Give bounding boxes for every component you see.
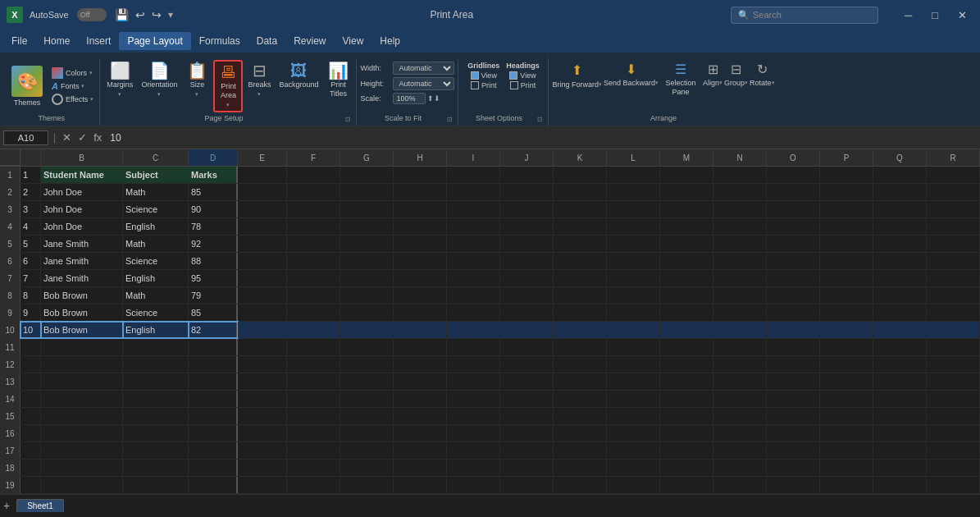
cell-extra[interactable] [873,460,927,476]
cell-extra[interactable] [340,391,394,407]
cell-d[interactable]: 85 [189,304,238,321]
row-header[interactable]: 11 [0,339,21,355]
cell-extra[interactable] [607,322,660,338]
cell-extra[interactable] [340,287,394,304]
cell-extra[interactable] [238,201,287,217]
cell-extra[interactable] [607,391,660,407]
cell-extra[interactable] [660,322,713,338]
cell-extra[interactable] [820,442,873,459]
cell-extra[interactable] [660,287,713,304]
cell-c[interactable] [123,460,189,476]
cell-extra[interactable] [660,391,713,407]
cell-extra[interactable] [500,270,554,286]
cell-extra[interactable] [287,167,340,183]
cell-extra[interactable] [287,184,340,200]
group-chevron[interactable]: ▾ [745,80,748,86]
cell-extra[interactable] [287,201,340,217]
cell-extra[interactable] [238,304,287,321]
cell-extra[interactable] [607,167,660,183]
cell-extra[interactable] [394,477,447,493]
col-header-i[interactable]: I [447,149,500,166]
cell-reference-input[interactable] [3,130,48,145]
orientation-button[interactable]: 📄 Orientation ▾ [138,60,180,100]
cell-extra[interactable] [927,184,980,200]
send-backward-chevron[interactable]: ▾ [655,80,659,86]
cell-c[interactable]: Math [123,236,189,252]
cell-extra[interactable] [607,373,660,390]
group-button[interactable]: ⊟ [728,60,744,79]
cell-b[interactable] [41,477,123,493]
cell-extra[interactable] [238,408,287,424]
cell-c[interactable] [123,442,189,459]
cell-extra[interactable] [500,391,554,407]
cell-extra[interactable] [873,304,927,321]
height-select[interactable]: Automatic [393,77,454,90]
cell-extra[interactable] [767,236,820,252]
cell-extra[interactable] [713,167,767,183]
cell-extra[interactable] [873,201,927,217]
menu-home[interactable]: Home [35,32,78,50]
cell-extra[interactable] [873,236,927,252]
cell-extra[interactable] [927,408,980,424]
cell-b[interactable]: Bob Brown [41,322,123,338]
cell-extra[interactable] [394,167,447,183]
cell-extra[interactable] [873,373,927,390]
cell-extra[interactable] [767,373,820,390]
cell-extra[interactable] [927,287,980,304]
cell-extra[interactable] [713,201,767,217]
minimize-button[interactable]: ─ [898,9,918,21]
cell-extra[interactable] [713,236,767,252]
cell-extra[interactable] [238,339,287,355]
cell-extra[interactable] [554,391,607,407]
cell-extra[interactable] [287,287,340,304]
row-header[interactable]: 5 [0,236,21,252]
row-header[interactable]: 16 [0,425,21,442]
cell-d[interactable] [189,391,238,407]
cell-b[interactable]: Jane Smith [41,270,123,286]
cell-extra[interactable] [447,425,500,442]
cell-extra[interactable] [607,339,660,355]
cell-extra[interactable] [607,201,660,217]
cell-extra[interactable] [820,201,873,217]
cell-extra[interactable] [340,425,394,442]
cell-extra[interactable] [238,236,287,252]
cell-b[interactable]: John Doe [41,218,123,235]
cell-extra[interactable] [873,477,927,493]
cell-extra[interactable] [873,167,927,183]
cell-c[interactable]: Science [123,304,189,321]
selection-pane-button[interactable]: ☰ [672,60,689,79]
cell-extra[interactable] [500,425,554,442]
cell-d[interactable]: 92 [189,236,238,252]
row-header[interactable]: 2 [0,184,21,200]
search-box[interactable]: 🔍 Search [731,7,878,24]
col-header-l[interactable]: L [607,149,660,166]
cell-extra[interactable] [447,287,500,304]
cell-extra[interactable] [820,287,873,304]
cell-extra[interactable] [394,460,447,476]
cell-extra[interactable] [927,356,980,373]
cell-d[interactable]: 88 [189,253,238,269]
cell-extra[interactable] [500,408,554,424]
cell-extra[interactable] [927,304,980,321]
cell-extra[interactable] [767,408,820,424]
margins-button[interactable]: ⬜ Margins ▾ [103,60,136,100]
row-header[interactable]: 19 [0,477,21,493]
row-header[interactable]: 3 [0,201,21,217]
align-chevron[interactable]: ▾ [719,80,722,86]
cell-extra[interactable] [394,236,447,252]
cell-extra[interactable] [660,477,713,493]
cell-extra[interactable] [660,304,713,321]
scale-expand[interactable]: ⊡ [445,116,454,123]
cell-extra[interactable] [554,287,607,304]
cell-extra[interactable] [394,373,447,390]
cell-extra[interactable] [767,477,820,493]
col-header-o[interactable]: O [767,149,820,166]
cell-extra[interactable] [767,218,820,235]
cell-extra[interactable] [820,408,873,424]
cell-extra[interactable] [713,253,767,269]
cell-extra[interactable] [713,391,767,407]
row-header[interactable]: 9 [0,304,21,321]
cell-extra[interactable] [713,218,767,235]
cell-extra[interactable] [447,477,500,493]
row-header[interactable]: 12 [0,356,21,373]
